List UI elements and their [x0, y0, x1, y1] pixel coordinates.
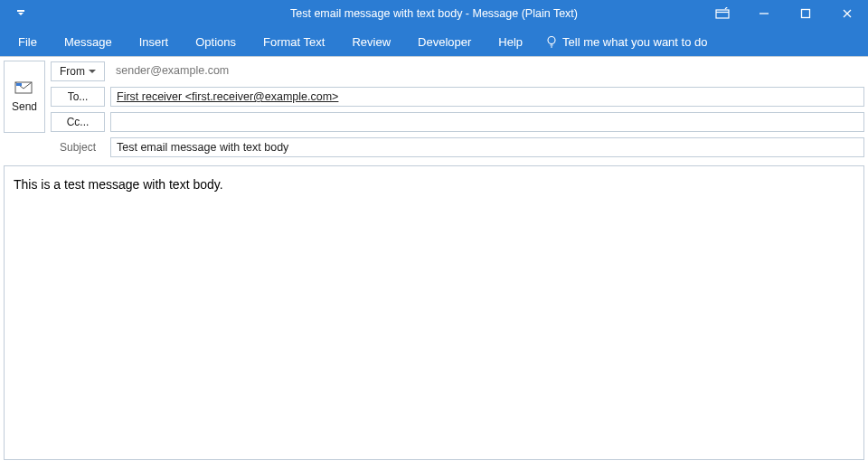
tab-insert[interactable]: Insert [127, 30, 182, 54]
compose-area: Send From sender@example.com To... First… [0, 56, 868, 460]
ribbon-display-options[interactable] [702, 0, 743, 27]
from-button[interactable]: From [51, 61, 105, 81]
tab-file[interactable]: File [5, 30, 50, 54]
maximize-button[interactable] [785, 0, 826, 27]
lightbulb-icon [546, 35, 557, 48]
tab-format-text[interactable]: Format Text [250, 30, 337, 54]
envelope-send-icon [14, 80, 34, 95]
ribbon-tabs: File Message Insert Options Format Text … [0, 27, 868, 56]
from-label: From [60, 62, 85, 80]
tab-developer[interactable]: Developer [405, 30, 484, 54]
tab-review[interactable]: Review [339, 30, 403, 54]
tab-help[interactable]: Help [486, 30, 535, 54]
to-recipient: First receiver <first.receiver@example.c… [117, 90, 338, 103]
window-controls [702, 0, 868, 27]
to-input[interactable]: First receiver <first.receiver@example.c… [110, 87, 864, 107]
titlebar: Test email message with text body - Mess… [0, 0, 868, 27]
from-value: sender@example.com [110, 61, 864, 81]
to-button[interactable]: To... [51, 87, 105, 107]
tell-me-label: Tell me what you want to do [562, 35, 707, 49]
message-header: Send From sender@example.com To... First… [0, 57, 868, 162]
chevron-down-icon [17, 10, 24, 17]
minimize-button[interactable] [743, 0, 785, 27]
header-fields: From sender@example.com To... First rece… [51, 61, 864, 162]
subject-row: Subject Test email message with text bod… [51, 136, 864, 158]
send-button[interactable]: Send [4, 61, 45, 133]
cc-button[interactable]: Cc... [51, 112, 105, 132]
message-body[interactable]: This is a test message with text body. [4, 165, 864, 460]
to-row: To... First receiver <first.receiver@exa… [51, 86, 864, 108]
from-row: From sender@example.com [51, 61, 864, 82]
chevron-down-icon [89, 70, 96, 73]
cc-input[interactable] [110, 112, 864, 132]
send-label: Send [12, 100, 37, 113]
to-label: To... [68, 88, 89, 106]
tell-me-search[interactable]: Tell me what you want to do [537, 30, 716, 54]
svg-rect-10 [16, 83, 22, 86]
quick-access-customize[interactable] [0, 10, 42, 17]
svg-point-6 [548, 37, 555, 44]
body-text: This is a test message with text body. [14, 177, 223, 192]
tab-message[interactable]: Message [52, 30, 125, 54]
svg-rect-0 [716, 10, 729, 18]
subject-label: Subject [51, 137, 105, 157]
tab-options[interactable]: Options [183, 30, 249, 54]
cc-label: Cc... [67, 113, 90, 131]
svg-rect-3 [802, 10, 810, 18]
cc-row: Cc... [51, 111, 864, 133]
subject-input[interactable]: Test email message with text body [110, 137, 864, 157]
close-button[interactable] [826, 0, 868, 27]
